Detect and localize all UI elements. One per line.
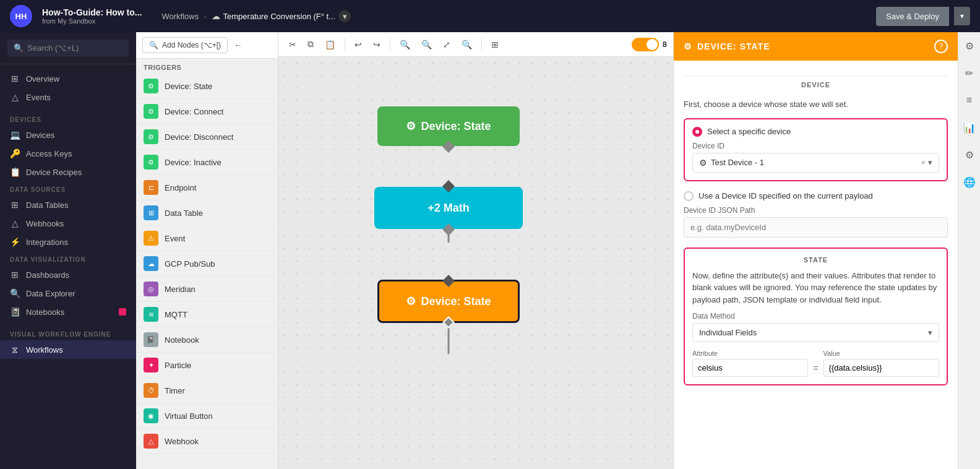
node-item-device-disconnect[interactable]: ⚙ Device: Disconnect (136, 124, 278, 150)
device-select-value: Test Device - 1 (711, 158, 764, 167)
gcp-icon: ☁ (144, 256, 158, 271)
device-select-arrow-btn[interactable]: ▾ (928, 158, 932, 167)
settings-icon-btn[interactable]: ⚙ (961, 37, 978, 54)
workflows-icon: ⧖ (10, 345, 20, 355)
radio-specific-label: Select a specific device (707, 127, 791, 136)
help-button[interactable]: ? (934, 40, 948, 53)
right-panel-title: ⚙ DEVICE: STATE (684, 41, 770, 51)
data-method-select[interactable]: Individual Fields ▾ (692, 323, 939, 342)
node-item-mqtt[interactable]: ≋ MQTT (136, 302, 278, 327)
search-canvas-btn[interactable]: 🔍 (457, 37, 476, 53)
toggle-label: 8 (663, 40, 667, 49)
radio-payload-label: Use a Device ID specified on the current… (698, 191, 873, 200)
node-item-webhook[interactable]: △ Webhook (136, 429, 278, 454)
canvas-content[interactable]: ⚙ Device: State +2 Math ⚙ Device: State (278, 57, 673, 469)
node-item-device-inactive[interactable]: ⚙ Device: Inactive (136, 150, 278, 175)
attr-input[interactable] (692, 359, 808, 377)
left-sidebar: 🔍 Search (⌥+L) ⊞ Overview △ Events DEVIC… (0, 32, 136, 469)
nav-back-btn[interactable]: ← (231, 38, 245, 53)
breadcrumb-dropdown-btn[interactable]: ▾ (338, 10, 351, 22)
cut-btn[interactable]: ✂ (285, 37, 301, 53)
attr-equals: = (813, 353, 818, 373)
paste-btn[interactable]: 📋 (320, 37, 340, 53)
panel-settings-icon: ⚙ (684, 41, 692, 51)
node-math[interactable]: +2 Math (374, 187, 523, 229)
sidebar-item-overview[interactable]: ⊞ Overview (0, 69, 136, 88)
radio-dot-filled (692, 127, 702, 137)
node-item-virtual-button[interactable]: ◉ Virtual Button (136, 403, 278, 429)
node-device-state-bottom[interactable]: ⚙ Device: State (377, 280, 520, 323)
node-item-gcp-pubsub[interactable]: ☁ GCP Pub/Sub (136, 251, 278, 277)
node-label: Device: State (421, 120, 491, 133)
node-device-state-top[interactable]: ⚙ Device: State (377, 106, 520, 146)
meridian-icon: ◎ (144, 282, 158, 296)
chart-icon-btn[interactable]: 📊 (961, 119, 978, 136)
globe-icon-btn[interactable]: 🌐 (961, 173, 978, 191)
timer-icon: ⏱ (144, 383, 158, 398)
node-item-notebook[interactable]: 📓 Notebook (136, 327, 278, 353)
search-icon: 🔍 (14, 43, 24, 53)
data-sources-section-label: DATA SOURCES (0, 181, 136, 196)
sidebar-item-events[interactable]: △ Events (0, 88, 136, 106)
node-icon: ⚙ (406, 119, 416, 133)
edit-icon-btn[interactable]: ✏ (961, 64, 978, 82)
zoom-out-btn[interactable]: 🔍 (417, 37, 436, 53)
node-label: Event (165, 234, 185, 243)
sidebar-item-workflows[interactable]: ⧖ Workflows (0, 340, 136, 359)
sidebar-item-dashboards[interactable]: ⊞ Dashboards (0, 265, 136, 284)
breadcrumb-workflows[interactable]: Workflows (162, 12, 199, 21)
node-item-endpoint[interactable]: ⊏ Endpoint (136, 175, 278, 200)
add-nodes-button[interactable]: 🔍 Add Nodes (⌥+[) (142, 37, 228, 53)
sidebar-item-webhooks[interactable]: △ Webhooks (0, 214, 136, 233)
connector-bottom (442, 223, 455, 236)
node-item-timer[interactable]: ⏱ Timer (136, 378, 278, 403)
sidebar-item-integrations[interactable]: ⚡ Integrations (0, 233, 136, 251)
sidebar-item-label: Webhooks (26, 219, 64, 228)
intro-text: First, choose a device whose state we wi… (684, 98, 948, 111)
device-connect-icon: ⚙ (144, 104, 158, 119)
node-item-event[interactable]: ⚠ Event (136, 226, 278, 251)
list-icon-btn[interactable]: ≡ (961, 92, 978, 109)
add-btn[interactable]: ⊞ (487, 37, 503, 53)
undo-btn[interactable]: ↩ (350, 37, 366, 53)
save-deploy-arrow-btn[interactable]: ▾ (954, 7, 970, 25)
data-method-value: Individual Fields (699, 328, 757, 337)
device-select-clear-btn[interactable]: × (921, 158, 926, 167)
device-select[interactable]: ⚙ Test Device - 1 × ▾ (692, 153, 939, 173)
data-viz-section-label: DATA VISUALIZATION (0, 251, 136, 265)
search-input-wrap[interactable]: 🔍 Search (⌥+L) (7, 40, 129, 56)
sidebar-item-devices[interactable]: 💻 Devices (0, 126, 136, 144)
fit-btn[interactable]: ⤢ (439, 37, 455, 53)
save-deploy-button[interactable]: Save & Deploy (876, 7, 949, 26)
sidebar-item-label: Dashboards (26, 270, 69, 280)
node-item-meridian[interactable]: ◎ Meridian (136, 277, 278, 302)
zoom-in-btn[interactable]: 🔍 (395, 37, 415, 53)
redo-btn[interactable]: ↪ (369, 37, 385, 53)
search-bar: 🔍 Search (⌥+L) (0, 32, 136, 64)
attr-value-input[interactable] (823, 359, 939, 377)
sidebar-item-data-explorer[interactable]: 🔍 Data Explorer (0, 284, 136, 303)
sidebar-item-access-keys[interactable]: 🔑 Access Keys (0, 144, 136, 163)
sidebar-item-data-tables[interactable]: ⊞ Data Tables (0, 196, 136, 214)
copy-btn[interactable]: ⧉ (303, 36, 318, 53)
node-item-particle[interactable]: ✦ Particle (136, 353, 278, 378)
state-section: STATE Now, define the attribute(s) and t… (684, 247, 948, 386)
sidebar-item-notebooks[interactable]: 📓 Notebooks (0, 303, 136, 321)
device-id-json-input[interactable] (684, 217, 948, 238)
right-panel-header: ⚙ DEVICE: STATE ? (674, 32, 958, 61)
radio-payload-device[interactable]: Use a Device ID specified on the current… (684, 191, 948, 201)
webhook-icon: △ (144, 434, 158, 449)
node-item-device-connect[interactable]: ⚙ Device: Connect (136, 99, 278, 124)
particle-icon: ✦ (144, 358, 158, 372)
sidebar-item-device-recipes[interactable]: 📋 Device Recipes (0, 163, 136, 181)
sidebar-item-label: Device Recipes (26, 168, 82, 177)
node-item-data-table[interactable]: ⊞ Data Table (136, 200, 278, 226)
node-item-device-state[interactable]: ⚙ Device: State (136, 74, 278, 99)
breadcrumb-current: Temperature Conversion (F° t... (223, 12, 336, 21)
config-icon-btn[interactable]: ⚙ (961, 146, 978, 163)
enabled-toggle[interactable] (632, 38, 659, 51)
webhooks-icon: △ (10, 218, 20, 228)
radio-specific-device[interactable]: Select a specific device (692, 127, 939, 137)
connector-bottom (442, 140, 455, 153)
device-id-label: Device ID (692, 142, 939, 150)
